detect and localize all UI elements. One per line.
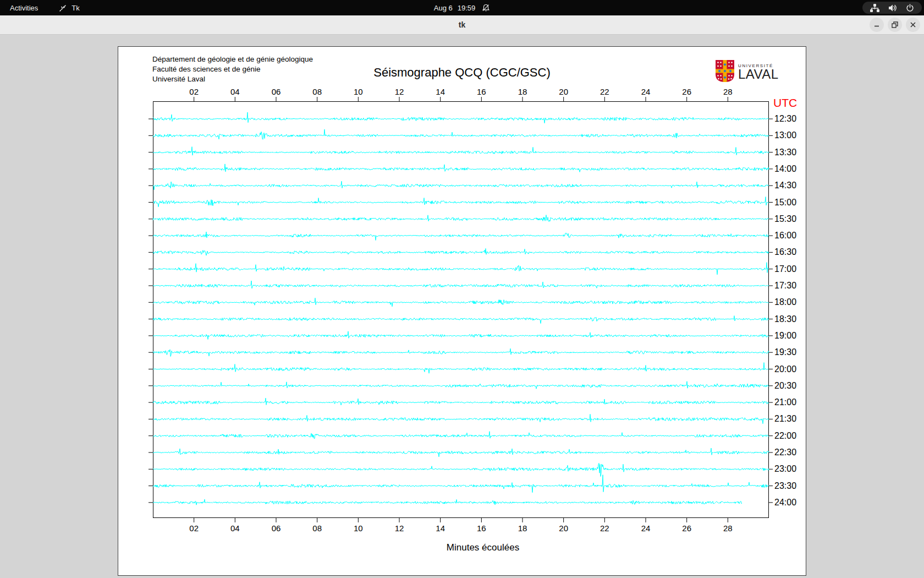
seismogram-trace <box>153 281 769 288</box>
trace-time-label: 14:30 <box>774 181 796 190</box>
seismogram-trace <box>153 363 769 374</box>
tk-feather-icon <box>59 3 67 12</box>
clock-area[interactable]: Aug 619:59 <box>0 0 924 15</box>
trace-time-label: 18:30 <box>774 314 796 324</box>
desktop: Activities Tk Aug 619:59 <box>0 0 924 578</box>
system-status-area[interactable] <box>862 2 922 14</box>
utc-axis-label: UTC <box>773 96 797 109</box>
close-button[interactable] <box>906 18 920 32</box>
plot-border <box>153 102 769 518</box>
x-tick-label-top: 24 <box>641 87 651 96</box>
x-tick-label-top: 26 <box>682 87 691 96</box>
x-tick-label-bottom: 16 <box>477 524 486 533</box>
x-tick-label-top: 28 <box>723 87 733 96</box>
logo-big-text: LAVAL <box>738 68 779 80</box>
x-tick-label-top: 12 <box>395 87 404 96</box>
header-line-1: Département de géologie et de génie géol… <box>152 54 313 64</box>
seismogram-trace <box>153 263 769 275</box>
universite-laval-logo: UNIVERSITÉ LAVAL <box>716 60 779 84</box>
activities-button[interactable]: Activities <box>10 4 38 12</box>
window-title: tk <box>0 15 924 34</box>
seismogram-trace <box>153 181 769 190</box>
trace-time-label: 17:30 <box>774 281 796 290</box>
x-tick-label-top: 10 <box>354 87 363 96</box>
seismogram-trace <box>153 475 769 493</box>
trace-time-label: 13:30 <box>774 148 796 157</box>
seismogram-trace <box>153 248 769 255</box>
seismogram-trace <box>153 414 769 423</box>
x-axis-title: Minutes écoulées <box>447 542 519 553</box>
trace-time-label: 15:00 <box>774 198 796 207</box>
trace-time-label: 18:00 <box>774 297 796 307</box>
trace-time-label: 21:00 <box>774 397 796 407</box>
trace-time-label: 21:30 <box>774 414 796 423</box>
x-tick-label-top: 18 <box>518 87 527 96</box>
x-tick-label-top: 04 <box>230 87 240 96</box>
gnome-top-bar: Activities Tk Aug 619:59 <box>0 0 924 15</box>
x-tick-label-bottom: 08 <box>312 524 322 533</box>
x-tick-label-bottom: 14 <box>436 524 445 533</box>
x-tick-label-top: 14 <box>436 87 445 96</box>
x-tick-label-bottom: 06 <box>272 524 281 533</box>
trace-time-label: 16:30 <box>774 247 796 257</box>
seismogram-trace <box>153 432 769 439</box>
minimize-button[interactable] <box>870 18 884 32</box>
app-menu-label: Tk <box>72 4 79 12</box>
seismogram-trace <box>153 147 769 156</box>
trace-time-label: 20:00 <box>774 364 796 374</box>
trace-time-label: 24:00 <box>774 498 796 507</box>
seismogram-trace <box>153 164 769 172</box>
x-tick-label-bottom: 12 <box>395 524 404 533</box>
seismogram-plot: 0202040406060808101012121414161618182020… <box>153 101 769 518</box>
seismogram-trace <box>153 232 769 240</box>
seismogram-trace <box>153 381 769 389</box>
x-tick-label-bottom: 02 <box>189 524 199 533</box>
seismogram-trace <box>153 129 769 139</box>
window-titlebar[interactable]: tk <box>0 15 924 35</box>
x-tick-label-bottom: 20 <box>559 524 568 533</box>
seismograph-canvas: Département de géologie et de génie géol… <box>118 46 806 576</box>
trace-time-label: 15:30 <box>774 214 796 223</box>
x-tick-label-top: 22 <box>600 87 609 96</box>
x-tick-label-top: 06 <box>272 87 281 96</box>
seismogram-trace <box>153 499 742 505</box>
app-menu[interactable]: Tk <box>59 3 79 12</box>
seismogram-trace <box>153 316 769 324</box>
clock-date: Aug 6 <box>434 4 453 12</box>
trace-time-label: 23:00 <box>774 464 796 473</box>
x-tick-label-top: 02 <box>189 87 199 96</box>
trace-time-label: 19:30 <box>774 347 796 357</box>
notifications-muted-icon <box>482 4 490 12</box>
clock-time: 19:59 <box>458 4 476 12</box>
trace-time-label: 13:00 <box>774 130 796 140</box>
seismogram-trace <box>153 448 769 457</box>
trace-time-label: 12:30 <box>774 114 796 123</box>
x-tick-label-bottom: 24 <box>641 524 651 533</box>
x-tick-label-bottom: 28 <box>723 524 733 533</box>
trace-time-label: 20:30 <box>774 381 796 390</box>
maximize-button[interactable] <box>888 18 902 32</box>
page-title: Séismographe QCQ (CGC/GSC) <box>118 66 806 80</box>
seismogram-trace <box>153 331 769 340</box>
x-tick-label-bottom: 26 <box>682 524 691 533</box>
trace-time-label: 16:00 <box>774 231 796 240</box>
trace-time-label: 22:30 <box>774 448 796 457</box>
laval-shield-icon <box>716 60 734 84</box>
trace-time-label: 19:00 <box>774 331 796 340</box>
seismogram-trace <box>153 298 769 307</box>
seismogram-trace <box>153 197 769 207</box>
x-tick-label-bottom: 22 <box>600 524 609 533</box>
x-tick-label-top: 16 <box>477 87 486 96</box>
seismogram-trace <box>153 348 769 356</box>
trace-time-label: 22:00 <box>774 431 796 440</box>
power-icon <box>906 4 914 12</box>
network-wired-icon <box>870 4 879 12</box>
x-tick-label-top: 20 <box>559 87 568 96</box>
trace-time-label: 23:30 <box>774 481 796 490</box>
seismogram-trace <box>153 398 769 405</box>
x-tick-label-bottom: 18 <box>518 524 527 533</box>
x-tick-label-bottom: 10 <box>354 524 363 533</box>
trace-time-label: 14:00 <box>774 164 796 173</box>
seismogram-trace <box>153 463 769 476</box>
volume-icon <box>888 4 897 12</box>
